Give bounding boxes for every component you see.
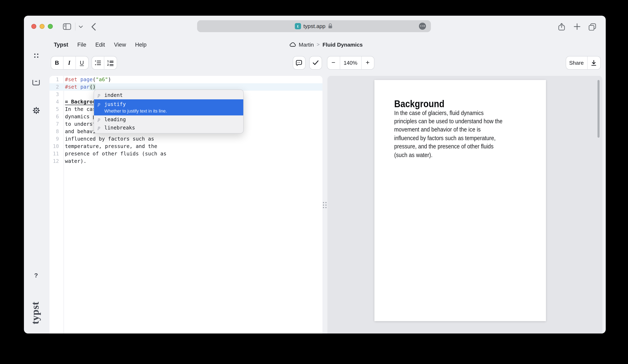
share-button[interactable]: Share [566,56,587,69]
autocomplete-label: justify [104,101,126,107]
autocomplete-label: leading [104,116,126,122]
text-style-group: B I U [51,56,88,70]
screen: t typst.app [0,0,628,364]
code-line[interactable]: 11presence of other fluids (such as [50,150,322,157]
line-number: 9 [50,135,63,143]
zoom-group: − 140% + [327,56,374,70]
typst-logo: typst [28,297,43,328]
numbered-list-button[interactable]: 1 2 [104,56,116,69]
menu-typst[interactable]: Typst [54,41,68,48]
menu-help[interactable]: Help [135,41,147,48]
files-tray-icon[interactable] [24,79,48,85]
lock-icon [328,23,333,29]
code-text: water). [63,157,86,165]
param-icon: p [98,92,101,98]
new-tab-icon[interactable] [573,23,580,30]
download-icon [591,60,597,66]
autocomplete-item[interactable]: pleading [94,115,243,124]
autocomplete-popup: pindentpjustifyWhether to justify text i… [94,89,244,133]
help-icon[interactable]: ? [24,272,48,279]
back-icon[interactable] [91,22,96,31]
line-number: 1 [50,76,63,83]
download-button[interactable] [587,56,600,69]
code-text: #set par() [63,83,96,90]
line-number: 2 [50,83,63,90]
underline-button[interactable]: U [76,56,88,69]
breadcrumb: Martin > Fluid Dynamics [289,41,363,48]
zoom-level[interactable]: 140% [340,56,361,69]
menu-file[interactable]: File [77,41,86,48]
url-text: typst.app [303,23,325,29]
param-icon: p [98,125,101,131]
line-number: 7 [50,120,63,128]
zoom-out-button[interactable]: − [327,56,340,69]
code-text [63,90,65,98]
zoom-in-button[interactable]: + [361,56,374,69]
autocomplete-label: indent [104,92,123,98]
line-number: 8 [50,128,63,135]
code-text: #set page("a6") [63,76,111,83]
tab-overview-icon[interactable] [588,23,596,30]
autocomplete-item[interactable]: pjustifyWhether to justify text in its l… [94,99,243,115]
cloud-icon [289,42,296,47]
svg-text:2: 2 [107,63,109,66]
preview-heading: Background [394,98,445,109]
italic-button[interactable]: I [63,56,76,69]
bold-button[interactable]: B [51,56,63,69]
line-number: 4 [50,98,63,105]
preview-paragraph: In the case of glaciers, fluid dynamics … [394,109,527,159]
autocomplete-description: Whether to justify text in its line. [104,108,239,114]
line-number: 12 [50,157,63,165]
breadcrumb-document[interactable]: Fluid Dynamics [322,41,363,48]
app-menubar: Typst File Edit View Help [54,41,147,48]
preview-page: Background In the case of glaciers, flui… [374,80,546,321]
line-number: 11 [50,150,63,157]
preview-scrollbar[interactable] [598,80,600,138]
param-icon: p [98,116,101,122]
code-line[interactable]: 9influenced by factors such as [50,135,322,143]
autocomplete-label: linebreaks [104,125,135,131]
site-favicon: t [295,23,301,29]
address-bar-content: t typst.app [295,23,333,29]
breadcrumb-separator: > [317,42,319,47]
browser-window: t typst.app [24,15,606,334]
list-group: 1 2 [91,56,117,70]
code-editor[interactable]: 1#set page("a6")2#set par()34= Backgroun… [50,76,322,334]
fullscreen-window-button[interactable] [48,24,53,29]
grid-dots-icon[interactable] [24,52,48,59]
code-line[interactable]: 10temperature, pressure, and the [50,143,322,150]
comment-group [293,56,305,70]
code-text: influenced by factors such as [63,135,154,143]
line-number: 5 [50,105,63,113]
pane-resize-handle[interactable] [322,200,327,210]
code-text: presence of other fluids (such as [63,150,166,157]
breadcrumb-project[interactable]: Martin [299,41,314,48]
share-icon[interactable] [558,22,565,31]
code-line[interactable]: 12water). [50,157,322,165]
svg-text:1: 1 [107,60,109,63]
address-bar[interactable]: t typst.app [197,20,431,32]
page-settings-icon[interactable] [419,23,426,29]
share-group: Share [565,56,601,70]
app-menu-row: Typst File Edit View Help Martin > Fluid… [24,38,606,53]
close-window-button[interactable] [31,24,36,29]
autoformat-group [309,56,322,70]
comment-button[interactable] [293,56,305,69]
menu-view[interactable]: View [114,41,126,48]
gear-icon[interactable] [24,107,48,114]
bullet-list-button[interactable] [92,56,104,69]
menu-edit[interactable]: Edit [95,41,105,48]
sidebar-toggle-icon[interactable] [63,23,71,30]
chevron-down-icon[interactable] [78,25,83,28]
preview-pane[interactable]: Background In the case of glaciers, flui… [327,76,602,334]
autocomplete-item[interactable]: plinebreaks [94,124,243,132]
param-icon: p [98,101,101,107]
minimize-window-button[interactable] [39,24,44,29]
chrome-right-icons [558,22,596,31]
line-number: 6 [50,113,63,120]
code-text: temperature, pressure, and the [63,143,157,150]
autocomplete-item[interactable]: pindent [94,91,243,99]
code-line[interactable]: 1#set page("a6") [50,76,322,83]
check-button[interactable] [310,56,321,69]
browser-chrome: t typst.app [24,15,606,38]
